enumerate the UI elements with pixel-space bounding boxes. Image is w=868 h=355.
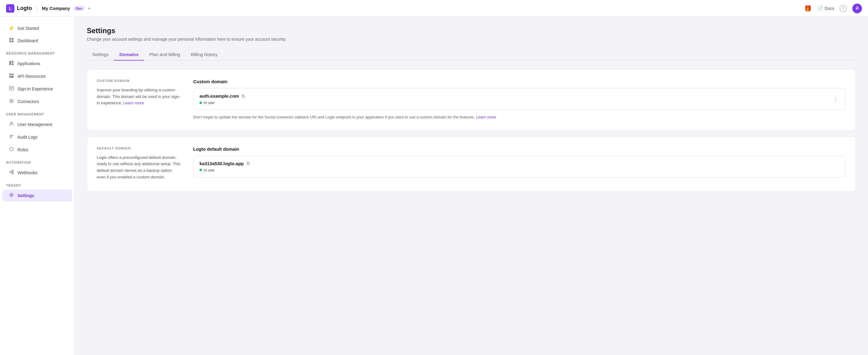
- svg-rect-5: [12, 61, 13, 63]
- dev-badge: Dev: [73, 6, 84, 11]
- custom-domain-left: CUSTOM DOMAIN Improve your branding by u…: [97, 79, 181, 121]
- svg-point-23: [11, 194, 12, 196]
- sidebar-item-connectors[interactable]: Connectors: [2, 96, 72, 107]
- api-icon: [8, 73, 14, 79]
- company-name[interactable]: My Company: [42, 6, 70, 11]
- webhooks-icon: [8, 170, 14, 176]
- default-domain-box-left: ka313a530.logto.app ⎘ In use: [199, 161, 249, 172]
- tab-billing-history[interactable]: Billing history: [185, 49, 223, 61]
- connectors-icon: [8, 99, 14, 104]
- sidebar-label-dashboard: Dashboard: [18, 38, 38, 43]
- green-dot-default-icon: [199, 169, 202, 171]
- sidebar-item-applications[interactable]: Applications: [2, 58, 72, 70]
- more-options-button[interactable]: ⋮: [832, 95, 840, 104]
- dashboard-icon: [8, 38, 14, 44]
- sidebar-item-roles[interactable]: Roles: [2, 144, 72, 156]
- default-domain-description: Logto offers a preconfigured default dom…: [97, 154, 181, 180]
- svg-rect-12: [10, 89, 12, 89]
- svg-rect-7: [9, 73, 11, 75]
- audit-icon: [8, 134, 14, 140]
- svg-rect-10: [9, 87, 13, 90]
- topbar-right: 🎁 📄 Docs ? Й: [804, 4, 862, 13]
- custom-domain-status: In use: [199, 100, 244, 105]
- sidebar-label-settings: Settings: [18, 193, 34, 198]
- sidebar-label-webhooks: Webhooks: [18, 170, 37, 175]
- signin-icon: [8, 86, 14, 92]
- default-domain-box: ka313a530.logto.app ⎘ In use: [193, 156, 846, 178]
- custom-domain-card: CUSTOM DOMAIN Improve your branding by u…: [87, 69, 856, 130]
- svg-rect-8: [12, 73, 13, 75]
- sidebar-label-get-started: Get Started: [18, 26, 39, 31]
- page-subtitle: Change your account settings and manage …: [87, 37, 856, 41]
- chevron-down-icon[interactable]: ▾: [88, 6, 90, 10]
- custom-domain-learn-more[interactable]: Learn more: [123, 101, 144, 105]
- sidebar-item-dashboard[interactable]: Dashboard: [2, 35, 72, 47]
- section-label-user: User Management: [0, 108, 74, 118]
- sidebar-label-roles: Roles: [18, 148, 28, 152]
- svg-rect-3: [12, 40, 13, 42]
- svg-rect-4: [9, 61, 11, 65]
- page-title: Settings: [87, 27, 856, 35]
- sidebar-label-sign-in-experience: Sign-in Experience: [18, 87, 53, 91]
- doc-icon: 📄: [817, 5, 823, 11]
- svg-rect-6: [12, 63, 13, 65]
- help-icon[interactable]: ?: [840, 5, 847, 12]
- svg-rect-18: [10, 137, 11, 138]
- sidebar-item-get-started[interactable]: ⚡ Get Started: [2, 22, 72, 34]
- avatar[interactable]: Й: [852, 4, 862, 13]
- default-domain-left: DEFAULT DOMAIN Logto offers a preconfigu…: [97, 147, 181, 182]
- default-domain-name: ka313a530.logto.app ⎘: [199, 161, 249, 166]
- sidebar-item-webhooks[interactable]: Webhooks: [2, 167, 72, 179]
- sidebar-label-audit-logs: Audit Logs: [18, 135, 37, 139]
- custom-domain-right: Custom domain auth.example.com ⎘ In use …: [193, 79, 846, 121]
- default-domain-right-title: Logto default domain: [193, 147, 846, 152]
- custom-domain-name: auth.example.com ⎘: [199, 93, 244, 99]
- logo-icon: L: [6, 4, 14, 13]
- sidebar-label-connectors: Connectors: [18, 99, 39, 104]
- copy-icon[interactable]: ⎘: [242, 94, 244, 99]
- layout: ⚡ Get Started Dashboard Resource Managem…: [0, 0, 868, 355]
- green-dot-icon: [199, 102, 202, 104]
- svg-point-15: [10, 122, 12, 124]
- custom-domain-note-learn-more[interactable]: Learn more: [476, 115, 496, 119]
- sidebar-item-audit-logs[interactable]: Audit Logs: [2, 131, 72, 143]
- svg-rect-9: [9, 76, 13, 78]
- svg-rect-2: [9, 40, 11, 42]
- section-label-tenant: Tenant: [0, 179, 74, 189]
- svg-rect-16: [10, 135, 13, 136]
- sidebar-item-sign-in-experience[interactable]: Sign-in Experience: [2, 83, 72, 95]
- svg-rect-17: [10, 136, 12, 137]
- logo[interactable]: L Logto: [6, 4, 32, 13]
- svg-point-19: [10, 148, 13, 151]
- sidebar-item-settings[interactable]: Settings: [2, 190, 72, 202]
- tab-plan-billing[interactable]: Plan and billing: [144, 49, 186, 61]
- settings-icon: [8, 193, 14, 199]
- sidebar-label-user-management: User Management: [18, 122, 52, 127]
- docs-link[interactable]: 📄 Docs: [817, 5, 834, 11]
- section-label-resource: Resource Management: [0, 47, 74, 57]
- custom-domain-note: Don't forget to update the domain for th…: [193, 114, 846, 121]
- applications-icon: [8, 61, 14, 67]
- main-content: Settings Change your account settings an…: [75, 17, 868, 355]
- tab-domains[interactable]: Domains: [114, 49, 144, 61]
- divider: [37, 5, 37, 12]
- tabs: Settings Domains Plan and billing Billin…: [87, 49, 856, 61]
- default-domain-right: Logto default domain ka313a530.logto.app…: [193, 147, 846, 182]
- default-domain-status: In use: [199, 168, 249, 172]
- docs-label: Docs: [825, 6, 834, 11]
- custom-domain-right-title: Custom domain: [193, 79, 846, 84]
- user-icon: [8, 122, 14, 127]
- custom-domain-description: Improve your branding by utilizing a cus…: [97, 87, 181, 106]
- tab-settings[interactable]: Settings: [87, 49, 114, 61]
- sidebar-item-api-resources[interactable]: API Resources: [2, 70, 72, 82]
- sidebar-label-api-resources: API Resources: [18, 74, 45, 79]
- svg-point-14: [11, 100, 12, 102]
- custom-domain-box: auth.example.com ⎘ In use ⋮: [193, 88, 846, 110]
- topbar: L Logto My Company Dev ▾ 🎁 📄 Docs ? Й: [0, 0, 868, 17]
- sidebar-item-user-management[interactable]: User Management: [2, 119, 72, 130]
- copy-default-icon[interactable]: ⎘: [247, 161, 249, 166]
- gift-icon[interactable]: 🎁: [804, 5, 812, 12]
- sidebar: ⚡ Get Started Dashboard Resource Managem…: [0, 17, 75, 355]
- logo-text: Logto: [17, 5, 32, 11]
- lightning-icon: ⚡: [8, 25, 14, 31]
